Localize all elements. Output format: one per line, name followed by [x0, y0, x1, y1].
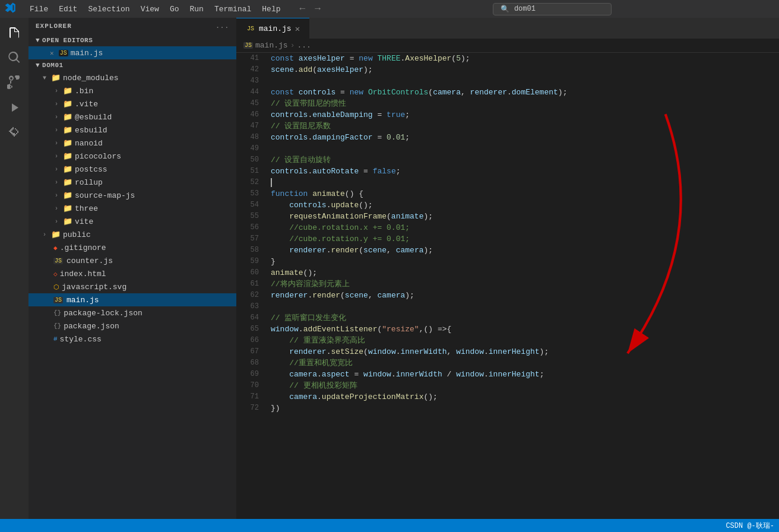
postcss-folder[interactable]: › 📁 postcss	[28, 163, 236, 176]
open-editors-section[interactable]: ▼ OPEN EDITORS	[28, 34, 236, 46]
menu-help[interactable]: Help	[257, 4, 285, 15]
menu-file[interactable]: File	[25, 4, 53, 15]
folder-icon: 📁	[63, 191, 72, 200]
menu-run[interactable]: Run	[185, 4, 208, 15]
code-line-45: 45 // 设置带阻尼的惯性	[236, 98, 779, 109]
gitignore-label: .gitignore	[60, 243, 106, 252]
source-map-js-folder[interactable]: › 📁 source-map-js	[28, 189, 236, 202]
line-content-59: }	[266, 256, 779, 267]
code-line-47: 47 // 设置阻尼系数	[236, 121, 779, 132]
package-json-file[interactable]: {} package.json	[28, 319, 236, 332]
forward-button[interactable]: →	[312, 4, 323, 14]
line-num-48: 48	[236, 132, 266, 143]
menu-selection[interactable]: Selection	[83, 4, 134, 15]
open-editor-mainjs[interactable]: ✕ JS main.js	[28, 46, 236, 59]
line-content-69: camera.aspect = window.innerWidth / wind…	[266, 369, 779, 380]
line-content-52	[266, 177, 779, 188]
folder-arrow-icon: ›	[55, 205, 61, 212]
line-num-49: 49	[236, 143, 266, 154]
line-num-52: 52	[236, 177, 266, 188]
line-num-45: 45	[236, 98, 266, 109]
folder-arrow-icon: ›	[55, 218, 61, 225]
picocolors-folder[interactable]: › 📁 picocolors	[28, 150, 236, 163]
run-debug-icon[interactable]	[4, 97, 24, 118]
folder-icon: 📁	[63, 86, 72, 96]
node-modules-folder[interactable]: ▼ 📁 node_modules	[28, 71, 236, 84]
menu-bar: File Edit Selection View Go Run Terminal…	[25, 4, 286, 15]
activity-bar	[0, 18, 28, 519]
esbuild-label: esbuild	[75, 126, 107, 135]
source-control-icon[interactable]	[4, 72, 24, 93]
back-button[interactable]: ←	[297, 4, 308, 14]
folder-icon: 📁	[63, 112, 72, 122]
code-line-59: 59 }	[236, 256, 779, 267]
search-icon: 🔍	[501, 5, 509, 14]
line-content-42: scene.add(axesHelper);	[266, 64, 779, 75]
open-editors-arrow-icon: ▼	[36, 37, 40, 44]
vite-module-folder[interactable]: › 📁 vite	[28, 215, 236, 228]
menu-terminal[interactable]: Terminal	[210, 4, 256, 15]
esbuild-at-folder[interactable]: › 📁 @esbuild	[28, 110, 236, 124]
code-line-42: 42 scene.add(axesHelper);	[236, 64, 779, 75]
explorer-icon[interactable]	[4, 23, 24, 43]
close-editor-icon[interactable]: ✕	[50, 49, 54, 57]
public-folder[interactable]: › 📁 public	[28, 228, 236, 241]
project-section[interactable]: ▼ DOM01	[28, 59, 236, 71]
folder-arrow-icon: ›	[43, 232, 49, 238]
vite-folder-label: .vite	[75, 100, 98, 109]
index-html-file[interactable]: ◇ index.html	[28, 267, 236, 280]
javascript-svg-file[interactable]: ⬡ javascript.svg	[28, 280, 236, 293]
line-content-53: function animate() {	[266, 188, 779, 200]
line-content-60: animate();	[266, 267, 779, 278]
title-bar: File Edit Selection View Go Run Terminal…	[0, 0, 779, 18]
gitignore-file[interactable]: ◆ .gitignore	[28, 241, 236, 254]
style-css-file[interactable]: # style.css	[28, 332, 236, 346]
line-num-53: 53	[236, 188, 266, 200]
breadcrumb: JS main.js › ...	[236, 39, 779, 53]
extensions-icon[interactable]	[4, 122, 24, 142]
line-content-51: controls.autoRotate = false;	[266, 166, 779, 177]
main-js-file[interactable]: JS main.js	[28, 293, 236, 306]
tab-close-button[interactable]: ✕	[295, 24, 300, 34]
counter-js-file[interactable]: JS counter.js	[28, 254, 236, 267]
rollup-folder[interactable]: › 📁 rollup	[28, 176, 236, 189]
breadcrumb-js-icon: JS	[243, 42, 253, 49]
folder-arrow-icon: ›	[55, 166, 61, 173]
vite-folder[interactable]: › 📁 .vite	[28, 97, 236, 110]
project-label: DOM01	[42, 62, 64, 69]
line-content-57: //cube.rotation.y += 0.01;	[266, 233, 779, 245]
tab-js-icon: JS	[246, 26, 255, 32]
search-activity-icon[interactable]	[4, 48, 24, 68]
js-file-icon: JS	[59, 50, 68, 56]
nanoid-folder[interactable]: › 📁 nanoid	[28, 137, 236, 150]
line-content-63	[266, 301, 779, 312]
line-num-64: 64	[236, 312, 266, 324]
three-folder[interactable]: › 📁 three	[28, 202, 236, 215]
nav-buttons: ← →	[297, 4, 323, 14]
gitignore-icon: ◆	[53, 244, 58, 252]
js-icon-main: JS	[53, 297, 63, 303]
menu-view[interactable]: View	[136, 4, 164, 15]
bin-folder[interactable]: › 📁 .bin	[28, 84, 236, 97]
global-search[interactable]: 🔍 dom01	[493, 3, 612, 15]
code-line-57: 57 //cube.rotation.y += 0.01;	[236, 233, 779, 245]
line-content-64: // 监听窗口发生变化	[266, 312, 779, 324]
menu-edit[interactable]: Edit	[54, 4, 82, 15]
package-lock-file[interactable]: {} package-lock.json	[28, 306, 236, 319]
line-content-56: //cube.rotation.x += 0.01;	[266, 222, 779, 233]
folder-arrow-icon: ›	[55, 140, 61, 147]
more-options-button[interactable]: ...	[216, 23, 229, 30]
esbuild-folder[interactable]: › 📁 esbuild	[28, 124, 236, 137]
main-area: EXPLORER ... ▼ OPEN EDITORS ✕ JS main.js…	[0, 18, 779, 519]
folder-icon: 📁	[63, 178, 72, 187]
code-line-44: 44 const controls = new OrbitControls(ca…	[236, 87, 779, 98]
line-num-65: 65	[236, 324, 266, 335]
code-line-52: 52	[236, 177, 779, 188]
tab-mainjs[interactable]: JS main.js ✕	[236, 18, 309, 39]
menu-go[interactable]: Go	[165, 4, 184, 15]
project-arrow-icon: ▼	[36, 62, 40, 69]
code-editor[interactable]: 41 const axesHelper = new THREE.AxesHelp…	[236, 53, 779, 519]
three-label: three	[75, 204, 98, 213]
line-content-41: const axesHelper = new THREE.AxesHelper(…	[266, 53, 779, 64]
line-content-43	[266, 75, 779, 87]
